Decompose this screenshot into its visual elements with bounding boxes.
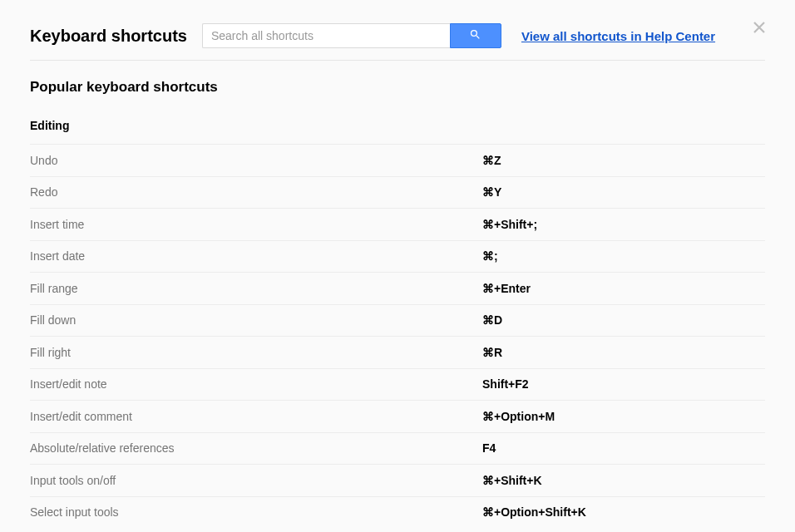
- shortcut-keys: ⌘+Shift+;: [482, 218, 537, 231]
- shortcut-label: Absolute/relative references: [30, 441, 482, 455]
- shortcut-keys: ⌘D: [482, 313, 502, 327]
- shortcut-label: Redo: [30, 185, 482, 199]
- shortcut-keys: ⌘+Shift+K: [482, 474, 542, 487]
- shortcut-list: Undo ⌘Z Redo ⌘Y Insert time ⌘+Shift+; In…: [30, 144, 765, 528]
- shortcut-row: Insert time ⌘+Shift+;: [30, 208, 765, 240]
- shortcut-keys: ⌘Z: [482, 154, 501, 167]
- shortcut-row: Insert/edit comment ⌘+Option+M: [30, 400, 765, 432]
- shortcut-label: Insert/edit note: [30, 377, 482, 391]
- dialog-header: Keyboard shortcuts View all shortcuts in…: [30, 23, 765, 61]
- shortcut-label: Select input tools: [30, 505, 482, 519]
- shortcut-keys: ⌘R: [482, 346, 502, 359]
- section-title: Popular keyboard shortcuts: [30, 79, 765, 96]
- shortcut-keys: F4: [482, 441, 496, 455]
- shortcut-row: Select input tools ⌘+Option+Shift+K: [30, 496, 765, 529]
- shortcuts-dialog: Keyboard shortcuts View all shortcuts in…: [0, 0, 795, 528]
- shortcut-keys: Shift+F2: [482, 377, 529, 391]
- shortcut-row: Fill range ⌘+Enter: [30, 272, 765, 304]
- shortcut-label: Fill down: [30, 313, 482, 327]
- shortcut-keys: ⌘+Option+Shift+K: [482, 505, 586, 519]
- shortcut-row: Insert/edit note Shift+F2: [30, 368, 765, 401]
- shortcut-keys: ⌘+Option+M: [482, 410, 555, 423]
- shortcut-row: Input tools on/off ⌘+Shift+K: [30, 464, 765, 496]
- dialog-title: Keyboard shortcuts: [30, 27, 187, 46]
- shortcut-keys: ⌘+Enter: [482, 282, 531, 295]
- shortcut-label: Input tools on/off: [30, 474, 482, 487]
- shortcut-label: Insert date: [30, 249, 482, 263]
- group-title: Editing: [30, 119, 765, 144]
- shortcut-label: Insert/edit comment: [30, 410, 482, 423]
- shortcut-label: Fill right: [30, 346, 482, 359]
- shortcut-keys: ⌘Y: [482, 185, 501, 199]
- shortcut-row: Fill down ⌘D: [30, 304, 765, 337]
- search-wrap: [202, 23, 501, 48]
- shortcut-row: Absolute/relative references F4: [30, 432, 765, 465]
- shortcut-label: Fill range: [30, 282, 482, 295]
- search-input[interactable]: [202, 23, 450, 48]
- shortcut-label: Insert time: [30, 218, 482, 231]
- help-center-link[interactable]: View all shortcuts in Help Center: [521, 29, 715, 43]
- shortcut-row: Undo ⌘Z: [30, 144, 765, 176]
- shortcut-row: Fill right ⌘R: [30, 336, 765, 368]
- search-button[interactable]: [450, 23, 501, 48]
- shortcut-keys: ⌘;: [482, 249, 498, 263]
- close-button[interactable]: [750, 20, 768, 38]
- shortcut-row: Redo ⌘Y: [30, 176, 765, 209]
- close-icon: [753, 22, 765, 37]
- shortcut-label: Undo: [30, 154, 482, 167]
- search-icon: [469, 28, 481, 44]
- shortcut-row: Insert date ⌘;: [30, 240, 765, 273]
